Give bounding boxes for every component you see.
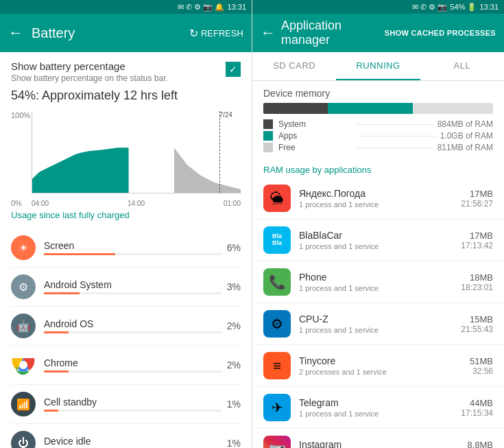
back-icon-right[interactable]: ← bbox=[261, 24, 276, 42]
app-info: Telegram 1 process and 1 service bbox=[299, 397, 461, 418]
app-time: 32:56 bbox=[470, 366, 493, 376]
app-sub: 1 process and 1 service bbox=[299, 242, 461, 250]
app-name: Phone bbox=[299, 272, 461, 283]
memory-bar bbox=[263, 103, 493, 114]
usage-item-name: Android OS bbox=[44, 318, 221, 329]
app-time: 17:13:42 bbox=[461, 241, 493, 250]
legend-value-apps: 1.0GB of RAM bbox=[440, 131, 493, 141]
show-battery-subtitle: Show battery percentage on the status ba… bbox=[11, 73, 168, 83]
usage-item[interactable]: ⚙ Android System 3% bbox=[11, 268, 241, 307]
legend-label-apps: Apps bbox=[278, 131, 355, 141]
app-right: 44MB 17:15:34 bbox=[461, 398, 493, 418]
memory-bar-free bbox=[413, 103, 493, 114]
app-item[interactable]: 🌦 Яндекс.Погода 1 process and 1 service … bbox=[252, 178, 504, 220]
app-icon-cpuz: ⚙ bbox=[263, 310, 291, 338]
usage-info: Android OS bbox=[44, 318, 221, 333]
tab-running[interactable]: RUNNING bbox=[336, 52, 420, 80]
app-manager-tabs: SD CARD RUNNING ALL bbox=[252, 52, 504, 81]
tab-sd-card[interactable]: SD CARD bbox=[252, 52, 336, 80]
usage-item-name: Android System bbox=[44, 279, 221, 290]
usage-pct: 2% bbox=[227, 320, 241, 331]
legend-dotline-apps bbox=[359, 136, 436, 137]
usage-bar bbox=[44, 331, 69, 333]
app-item[interactable]: ✈ Telegram 1 process and 1 service 44MB … bbox=[252, 387, 504, 429]
usage-item-name: Cell standby bbox=[44, 397, 221, 408]
chart-gray-area bbox=[174, 123, 241, 193]
status-time-left: 13:31 bbox=[227, 3, 246, 11]
back-icon-left[interactable]: ← bbox=[8, 24, 23, 42]
app-right: 8.8MB 17:01:50 bbox=[461, 440, 493, 449]
app-info: Instagram 1 process and 1 service bbox=[299, 439, 461, 448]
chart-teal-area bbox=[32, 123, 174, 193]
legend-label-system: System bbox=[278, 119, 354, 129]
battery-chart: 100% 0% 7/24 04:00 14:00 01:00 bbox=[11, 111, 241, 207]
show-battery-checkbox[interactable]: ✓ bbox=[226, 62, 241, 77]
tab-all[interactable]: ALL bbox=[420, 52, 504, 80]
memory-legend: System 884MB of RAM Apps 1.0GB of RAM Fr… bbox=[263, 119, 493, 152]
app-info: BlaBlaCar 1 process and 1 service bbox=[299, 230, 461, 250]
app-item[interactable]: 📞 Phone 1 process and 1 service 18MB 18:… bbox=[252, 261, 504, 303]
app-item[interactable]: ⚙ CPU-Z 1 process and 1 service 15MB 21:… bbox=[252, 303, 504, 345]
usage-bar-container bbox=[44, 370, 221, 373]
usage-bar bbox=[44, 410, 58, 412]
usage-icon-chrome bbox=[11, 353, 36, 377]
show-cached-button[interactable]: SHOW CACHED PROCESSES bbox=[385, 29, 496, 37]
show-battery-row: Show battery percentage Show battery per… bbox=[11, 60, 241, 83]
app-info: Tinycore 2 processes and 1 service bbox=[299, 355, 470, 376]
usage-item[interactable]: ☀ Screen 6% bbox=[11, 228, 241, 268]
app-icon-yandex: 🌦 bbox=[263, 185, 291, 212]
usage-bar-container bbox=[44, 410, 221, 412]
chart-date-label: 7/24 bbox=[219, 111, 232, 119]
legend-apps: Apps 1.0GB of RAM bbox=[263, 131, 493, 141]
app-sub: 1 process and 1 service bbox=[299, 326, 461, 334]
usage-info: Android System bbox=[44, 279, 221, 294]
app-time: 17:15:34 bbox=[461, 408, 493, 418]
chart-y-0: 0% bbox=[11, 199, 30, 207]
app-size: 17MB bbox=[461, 231, 493, 241]
legend-label-free: Free bbox=[278, 143, 354, 152]
app-item[interactable]: 📷 Instagram 1 process and 1 service 8.8M… bbox=[252, 429, 504, 448]
chart-y-labels: 100% 0% bbox=[11, 111, 30, 207]
refresh-button[interactable]: ↻ REFRESH bbox=[189, 27, 243, 40]
show-battery-text: Show battery percentage Show battery per… bbox=[11, 60, 168, 83]
usage-item-name: Device idle bbox=[44, 436, 221, 447]
app-sub: 2 processes and 1 service bbox=[299, 368, 470, 376]
app-manager-title: Application manager bbox=[281, 19, 379, 47]
status-icons-left: ✉ ✆ ⚙ 📷 🔔 bbox=[178, 3, 224, 12]
app-right: 51MB 32:56 bbox=[470, 356, 493, 376]
legend-system: System 884MB of RAM bbox=[263, 119, 493, 129]
app-name: Telegram bbox=[299, 397, 461, 408]
usage-item[interactable]: ⏻ Device idle 1% bbox=[11, 424, 241, 448]
usage-item-name: Chrome bbox=[44, 357, 221, 368]
battery-status: 54%: Approximately 12 hrs left bbox=[11, 89, 241, 103]
chart-dashed-line bbox=[219, 111, 220, 193]
usage-info: Cell standby bbox=[44, 397, 221, 412]
app-size: 8.8MB bbox=[461, 440, 493, 449]
status-time-right: 13:31 bbox=[479, 3, 499, 11]
ram-usage-title: RAM usage by applications bbox=[252, 159, 504, 178]
legend-dot-apps bbox=[263, 131, 273, 141]
legend-dotline-free bbox=[358, 148, 433, 148]
refresh-icon: ↻ bbox=[189, 27, 198, 40]
app-manager-panel: ✉ ✆ ⚙ 📷 54% 🔋 13:31 ← Application manage… bbox=[252, 0, 504, 448]
usage-item[interactable]: 🤖 Android OS 2% bbox=[11, 307, 241, 346]
app-name: Tinycore bbox=[299, 355, 470, 366]
app-item[interactable]: BlaBla BlaBlaCar 1 process and 1 service… bbox=[252, 220, 504, 261]
app-size: 18MB bbox=[461, 272, 493, 283]
app-icon-blablacar: BlaBla bbox=[263, 226, 291, 254]
usage-item[interactable]: Chrome 2% bbox=[11, 346, 241, 385]
app-item[interactable]: ≡ Tinycore 2 processes and 1 service 51M… bbox=[252, 345, 504, 387]
legend-free: Free 811MB of RAM bbox=[263, 143, 493, 152]
usage-since-link[interactable]: Usage since last fully charged bbox=[11, 210, 241, 220]
battery-title: Battery bbox=[32, 25, 189, 41]
app-size: 44MB bbox=[461, 398, 493, 408]
app-icon-instagram: 📷 bbox=[263, 436, 291, 448]
usage-item[interactable]: 📶 Cell standby 1% bbox=[11, 385, 241, 424]
memory-bar-system bbox=[263, 103, 328, 114]
app-sub: 1 process and 1 service bbox=[299, 200, 461, 209]
legend-value-free: 811MB of RAM bbox=[437, 143, 493, 152]
app-name: Instagram bbox=[299, 439, 461, 448]
status-icons-right: ✉ ✆ ⚙ 📷 bbox=[412, 3, 447, 12]
app-size: 17MB bbox=[461, 189, 493, 199]
battery-panel: ✉ ✆ ⚙ 📷 🔔 13:31 ← Battery ↻ REFRESH Show… bbox=[0, 0, 252, 448]
